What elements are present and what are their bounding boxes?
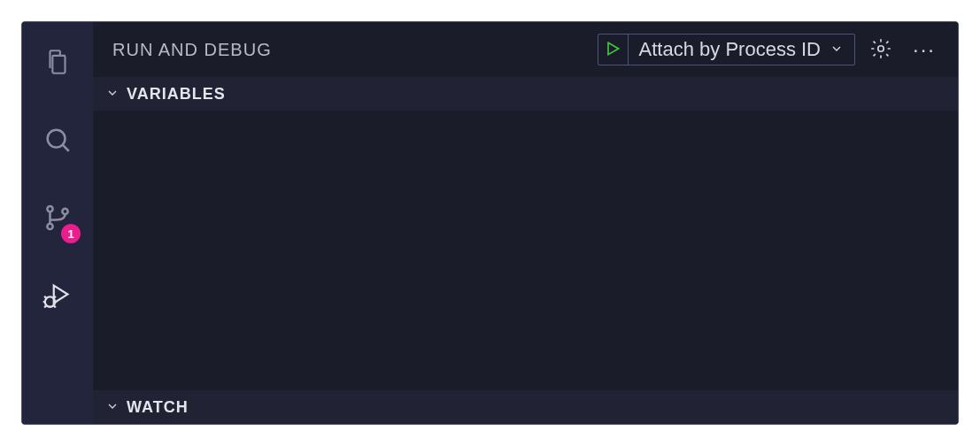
run-debug-icon <box>42 281 73 313</box>
activity-search[interactable] <box>36 119 79 162</box>
debug-config-select[interactable]: Attach by Process ID <box>629 35 854 65</box>
search-icon <box>42 125 73 158</box>
debug-settings-button[interactable] <box>868 36 894 63</box>
chevron-down-icon <box>105 399 120 416</box>
files-icon <box>42 47 73 80</box>
activity-source-control[interactable]: 1 <box>36 197 79 240</box>
section-watch-title: WATCH <box>127 398 189 417</box>
ellipsis-icon: ··· <box>913 37 936 61</box>
run-debug-panel: RUN AND DEBUG Attach by Process ID <box>93 22 958 424</box>
gear-icon <box>869 37 892 63</box>
section-watch-header[interactable]: WATCH <box>93 390 958 424</box>
more-actions-button[interactable]: ··· <box>907 37 942 62</box>
svg-line-10 <box>44 305 46 307</box>
activity-bar: 1 <box>22 22 93 424</box>
panel-title: RUN AND DEBUG <box>112 40 585 60</box>
svg-point-2 <box>47 205 52 211</box>
section-variables-header[interactable]: VARIABLES <box>93 77 958 111</box>
svg-point-12 <box>878 45 884 51</box>
vscode-window: 1 RUN AND DEBUG <box>21 21 959 425</box>
debug-config-label: Attach by Process ID <box>639 38 821 61</box>
start-debug-button[interactable] <box>598 35 629 65</box>
chevron-down-icon <box>830 38 844 61</box>
svg-line-7 <box>54 296 56 297</box>
activity-explorer[interactable] <box>36 42 79 84</box>
svg-point-3 <box>47 223 52 228</box>
svg-point-4 <box>62 208 67 213</box>
panel-header: RUN AND DEBUG Attach by Process ID <box>93 22 958 77</box>
section-variables-body <box>93 111 958 390</box>
play-icon <box>604 40 621 60</box>
svg-point-0 <box>48 129 66 147</box>
svg-line-11 <box>54 305 56 307</box>
run-config-group: Attach by Process ID <box>598 34 855 65</box>
svg-line-1 <box>63 144 69 150</box>
svg-line-6 <box>44 296 46 297</box>
chevron-down-icon <box>105 86 120 103</box>
source-control-badge: 1 <box>61 224 81 243</box>
section-variables-title: VARIABLES <box>127 85 226 104</box>
activity-run-debug[interactable] <box>36 275 79 318</box>
